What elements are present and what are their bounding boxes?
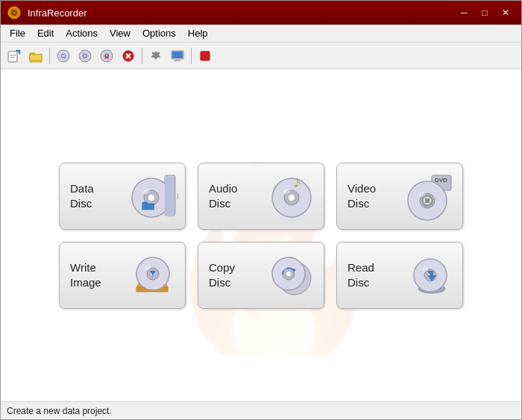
toolbar-new-button[interactable] — [4, 46, 25, 66]
menu-options[interactable]: Options — [136, 26, 182, 40]
menu-view[interactable]: View — [104, 26, 136, 40]
menu-edit[interactable]: Edit — [31, 26, 60, 40]
svg-rect-4 — [9, 52, 16, 60]
main-window: InfraRecorder ─ □ ✕ File Edit Actions Vi… — [0, 0, 522, 420]
svg-rect-50 — [425, 198, 430, 203]
menu-actions[interactable]: Actions — [60, 26, 104, 40]
audio-disc-icon: ♪ — [265, 170, 318, 222]
maximize-button[interactable]: □ — [475, 5, 494, 20]
toolbar-separator-3 — [191, 48, 192, 64]
svg-text:✕: ✕ — [104, 53, 110, 61]
svg-text:CD: CD — [177, 192, 178, 199]
close-button[interactable]: ✕ — [496, 5, 515, 20]
toolbar-audio-button[interactable]: ♪ — [75, 46, 95, 66]
svg-point-34 — [148, 195, 154, 201]
data-disc-icon: DVD CD — [127, 170, 179, 222]
toolbar-device-button[interactable] — [167, 46, 188, 66]
app-icon — [7, 5, 22, 20]
menu-file[interactable]: File — [4, 26, 31, 40]
toolbar-burn-button[interactable] — [53, 46, 74, 66]
title-bar: InfraRecorder ─ □ ✕ — [1, 1, 521, 25]
data-disc-label: DataDisc — [70, 181, 94, 210]
copy-disc-label: CopyDisc — [209, 260, 235, 289]
svg-rect-28 — [201, 51, 210, 60]
toolbar-separator-1 — [49, 48, 50, 64]
status-text: Create a new data project. — [7, 406, 112, 416]
video-disc-button[interactable]: VideoDisc DVD — [336, 163, 463, 230]
toolbar-open-button[interactable] — [25, 46, 46, 66]
svg-text:♪: ♪ — [293, 172, 301, 191]
write-image-icon — [127, 249, 179, 301]
svg-rect-26 — [175, 59, 180, 60]
toolbar: ♪ ✕ — [1, 43, 521, 69]
video-disc-label: VideoDisc — [348, 181, 376, 210]
write-image-button[interactable]: WriteImage — [59, 242, 186, 309]
video-disc-icon: DVD — [404, 170, 456, 222]
svg-point-40 — [289, 195, 295, 201]
svg-point-61 — [286, 272, 291, 276]
minimize-button[interactable]: ─ — [454, 5, 474, 20]
toolbar-cancel-button[interactable] — [118, 46, 139, 66]
read-disc-button[interactable]: ReadDisc — [336, 242, 463, 309]
toolbar-settings-button[interactable] — [145, 46, 166, 66]
main-content: 🔥 DataDisc DVD — [1, 69, 521, 401]
svg-point-2 — [13, 12, 16, 14]
toolbar-erase-button[interactable]: ✕ — [96, 46, 117, 66]
window-controls: ─ □ ✕ — [454, 5, 515, 20]
status-bar: Create a new data project. — [1, 401, 521, 419]
toolbar-separator-2 — [142, 48, 142, 64]
read-disc-icon — [404, 249, 456, 301]
svg-text:DVD: DVD — [435, 177, 447, 184]
write-image-label: WriteImage — [70, 260, 101, 289]
menu-bar: File Edit Actions View Options Help — [1, 25, 521, 43]
read-disc-label: ReadDisc — [348, 260, 374, 289]
audio-disc-label: AudioDisc — [209, 181, 237, 210]
svg-rect-27 — [174, 60, 181, 61]
svg-point-14 — [84, 55, 86, 57]
svg-rect-25 — [172, 51, 183, 58]
data-disc-button[interactable]: DataDisc DVD CD — [59, 163, 186, 230]
button-grid: DataDisc DVD CD — [59, 163, 463, 309]
copy-disc-icon — [265, 249, 318, 301]
svg-rect-36 — [165, 177, 174, 216]
copy-disc-button[interactable]: CopyDisc — [198, 242, 324, 309]
svg-point-10 — [63, 55, 64, 57]
menu-help[interactable]: Help — [182, 26, 214, 40]
window-title: InfraRecorder — [28, 7, 454, 19]
toolbar-stop-button[interactable] — [195, 46, 216, 66]
audio-disc-button[interactable]: AudioDisc ♪ — [198, 163, 324, 230]
